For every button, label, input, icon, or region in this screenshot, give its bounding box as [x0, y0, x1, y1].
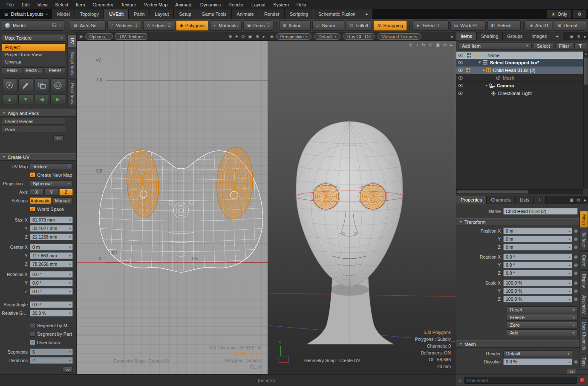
unwrap-tool-button[interactable]: Unwrap — [2, 58, 65, 66]
tab-lists[interactable]: Lists — [516, 196, 534, 204]
twirl-open-icon[interactable]: ▼ — [478, 60, 481, 64]
items-mode-button[interactable]: ▣Items5 — [243, 20, 274, 31]
side-tab-assembly[interactable]: Assembly — [579, 292, 588, 317]
freeze-button[interactable]: Freeze▾ — [507, 314, 578, 321]
menu-geometry[interactable]: Geometry — [89, 0, 117, 9]
tab-topology[interactable]: Topology — [75, 9, 104, 19]
side-tab-mesh[interactable]: Mesh — [579, 211, 588, 228]
item-name-field[interactable]: Child Head 01.lxl (2) — [503, 208, 578, 215]
pack-button[interactable]: Pack... — [2, 126, 65, 133]
project-tool-button[interactable]: Project — [2, 44, 65, 51]
add-property-tab-button[interactable]: + — [534, 196, 545, 204]
polygons-mode-button[interactable]: ◆Polygons — [176, 20, 208, 31]
menu-item[interactable]: Item — [72, 0, 89, 9]
segment-by-part-checkbox[interactable] — [30, 331, 35, 337]
rotation-y-field[interactable]: 0.0 °▸ — [30, 279, 73, 286]
maximize-icon[interactable]: ▣ — [570, 34, 574, 39]
mini-slider-icon[interactable]: ▸ — [69, 262, 71, 266]
size-y-field[interactable]: 33.1627 mm▸ — [30, 225, 73, 232]
view-type-dropdown[interactable]: Perspective▾ — [276, 33, 311, 40]
mini-slider-icon[interactable]: ▸ — [69, 358, 71, 362]
menu-texture[interactable]: Texture — [117, 0, 140, 9]
symmetry-button[interactable]: ⇄Symm ... — [312, 20, 344, 31]
menu-layout[interactable]: Layout — [248, 0, 269, 9]
perspective-3d-viewport[interactable]: ◉ Perspective▾ Default▾ Ray GL: Off View… — [268, 32, 456, 374]
mini-slider-icon[interactable]: ▸ — [69, 235, 71, 239]
mini-slider-icon[interactable]: ▸ — [69, 289, 71, 293]
ellipse-select-tool-button[interactable] — [2, 78, 17, 92]
transform-section-header[interactable]: ▼ Transform — [456, 218, 588, 225]
raygl-toggle[interactable]: Ray GL: Off — [343, 33, 375, 40]
maximize-icon[interactable]: ▣ — [570, 198, 574, 202]
mesh-section-header[interactable]: ▼ Mesh — [456, 340, 588, 348]
uv-editor-viewport[interactable]: ◉ Options... UV: Texture ⊕ + ⊙ ▣ ⚙ ▸ +V … — [77, 32, 268, 374]
tab-layout[interactable]: Layout — [150, 9, 174, 19]
item-list-vertical-scrollbar[interactable]: ▲ — [583, 52, 588, 189]
tab-items[interactable]: Items — [456, 32, 477, 40]
add-transform-button[interactable]: Add▾ — [507, 329, 578, 336]
orientation-checkbox[interactable]: ✓ — [30, 340, 35, 345]
menu-animate[interactable]: Animate — [171, 0, 196, 9]
side-tab-display[interactable]: Display — [579, 271, 588, 291]
falloff-button[interactable]: ◎Falloff — [346, 20, 372, 31]
channel-dot[interactable] — [574, 297, 578, 301]
zoom-in-icon[interactable]: ⊕ — [228, 34, 232, 39]
tab-scripting[interactable]: Scripting — [285, 9, 313, 19]
tab-animate[interactable]: Animate — [232, 9, 259, 19]
seam-angle-field[interactable]: 0.0 °▸ — [30, 301, 73, 308]
uv-canvas[interactable]: +V 1.0 0.5 0 0.5 1001 — [77, 41, 268, 374]
add-layout-tab-button[interactable]: + — [360, 9, 372, 19]
render-dropdown[interactable]: Default▾ — [503, 350, 572, 357]
vertex-map-selector[interactable]: Map: Texture ▾ — [2, 34, 65, 42]
settings-automatic-button[interactable]: Automatic — [30, 197, 51, 204]
side-tab-uv[interactable]: UV — [67, 35, 76, 47]
create-uv-more-button[interactable]: >> — [63, 367, 73, 373]
eye-icon[interactable] — [456, 76, 464, 80]
eye-icon[interactable] — [456, 61, 464, 64]
axis-y-button[interactable]: Y — [44, 189, 58, 196]
viewport-menu-icon[interactable]: ◉ — [79, 35, 83, 39]
channel-dot[interactable] — [574, 263, 578, 267]
command-input[interactable] — [464, 377, 577, 384]
pan-icon[interactable]: + — [416, 43, 418, 47]
center-x-field[interactable]: 0 m▸ — [30, 244, 73, 251]
unreal-bridge-button[interactable]: ◉Unreal ... — [554, 20, 586, 31]
position-y-field[interactable]: 0 m▸ — [503, 236, 572, 242]
more-arrow-icon[interactable]: ▸ — [450, 43, 453, 47]
menu-file[interactable]: File — [3, 0, 18, 9]
more-arrow-icon[interactable]: ▸ — [451, 34, 453, 39]
reset-button[interactable]: Reset▾ — [507, 306, 578, 313]
mini-slider-icon[interactable]: ▸ — [569, 281, 571, 285]
mini-slider-icon[interactable]: ▸ — [569, 255, 571, 259]
uv-sphere-tool-button[interactable] — [50, 78, 65, 92]
eye-icon[interactable] — [456, 69, 464, 72]
directional-light-row[interactable]: Directional Light — [456, 89, 588, 97]
uv-options-button[interactable]: Options... — [85, 33, 113, 40]
add-list-tab-button[interactable]: + — [551, 32, 563, 40]
tab-groups[interactable]: Groups — [503, 32, 527, 40]
mini-slider-icon[interactable]: ▸ — [569, 229, 571, 233]
scene-root-row[interactable]: ▼ Select Unmapped.lxo* — [456, 59, 588, 66]
selection-sets-button[interactable]: ◧Selecti ... — [487, 20, 521, 31]
twirl-closed-icon[interactable]: ▸ — [486, 84, 487, 87]
scale-x-field[interactable]: 100.0 %▸ — [503, 279, 572, 286]
shift-right-button[interactable]: ▶ — [50, 94, 65, 104]
rotation-x-field[interactable]: 0.0 °▸ — [30, 271, 73, 278]
shading-mode-dropdown[interactable]: Default▾ — [314, 33, 340, 40]
3d-canvas[interactable]: ⊕ + ↻ ⊙ ▣ ⚙ ▸ — [268, 41, 456, 374]
mini-slider-icon[interactable]: ▸ — [569, 245, 571, 249]
zoom-icon[interactable]: ⊙ — [241, 34, 245, 39]
mini-slider-icon[interactable]: ▸ — [69, 253, 71, 257]
axis-z-button[interactable]: Z — [59, 189, 73, 196]
channel-dot[interactable] — [574, 237, 578, 241]
rectangle-button[interactable]: Recta ... — [23, 67, 43, 74]
axis-x-button[interactable]: X — [30, 189, 43, 196]
channel-dot[interactable] — [574, 360, 578, 364]
world-space-checkbox[interactable]: ✓ — [30, 206, 35, 212]
mini-slider-icon[interactable]: ▸ — [69, 226, 71, 230]
tab-render[interactable]: Render — [259, 9, 285, 19]
channel-dot[interactable] — [574, 255, 578, 259]
add-item-button[interactable]: Add Item▾ — [458, 42, 532, 50]
mode-selector[interactable]: Model F2 ▾ — [2, 20, 64, 31]
menu-vertex-map[interactable]: Vertex Map — [140, 0, 172, 9]
